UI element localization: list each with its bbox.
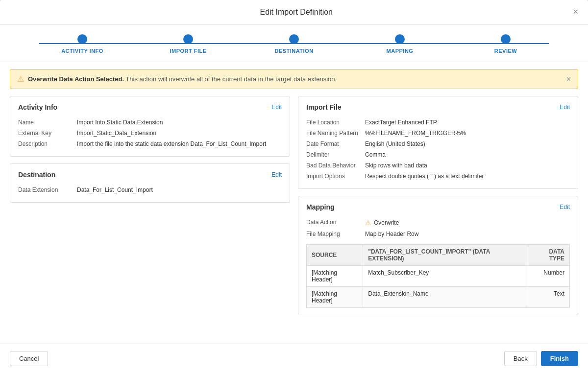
mapping-table: SOURCE "DATA_FOR_LIST_COUNT_IMPORT" (DAT… xyxy=(306,244,570,308)
import-file-label-0: File Location xyxy=(306,119,365,126)
step-mapping[interactable]: MAPPING xyxy=(347,34,453,54)
import-file-row-5: Import Options Respect double quotes ( "… xyxy=(306,171,570,182)
warning-triangle-icon: ⚠ xyxy=(17,74,24,84)
mapping-data-action-value: ⚠ Overwrite xyxy=(365,219,570,227)
step-label-activity-info: ACTIVITY INFO xyxy=(61,48,103,54)
import-file-row-2: Date Format English (United States) xyxy=(306,139,570,149)
step-label-review: REVIEW xyxy=(494,48,517,54)
close-button[interactable]: × xyxy=(573,7,578,17)
activity-info-row-2: Description Import the file into the sta… xyxy=(18,139,282,149)
import-file-value-1: %%FILENAME_FROM_TRIGGER%% xyxy=(365,130,570,137)
step-label-mapping: MAPPING xyxy=(387,48,414,54)
mapping-card: Mapping Edit Data Action ⚠ Overwrite xyxy=(298,196,578,315)
mapping-data-action-row: Data Action ⚠ Overwrite xyxy=(306,217,570,229)
activity-info-label-0: Name xyxy=(18,119,77,126)
import-file-label-1: File Naming Pattern xyxy=(306,130,365,137)
mapping-table-row-1: [Matching Header] Data_Extension_Name Te… xyxy=(307,287,570,308)
mapping-col-type: DATA TYPE xyxy=(528,245,570,266)
right-column: Import File Edit File Location ExactTarg… xyxy=(298,96,578,344)
step-activity-info[interactable]: ACTIVITY INFO xyxy=(29,34,135,54)
activity-info-value-2: Import the file into the static data ext… xyxy=(77,140,282,147)
import-file-row-0: File Location ExactTarget Enhanced FTP xyxy=(306,117,570,128)
destination-title: Destination xyxy=(18,171,55,179)
mapping-edit-link[interactable]: Edit xyxy=(560,204,570,210)
destination-card: Destination Edit Data Extension Data_For… xyxy=(10,163,290,203)
destination-row-0: Data Extension Data_For_List_Count_Impor… xyxy=(18,185,282,195)
modal-header: Edit Import Definition × xyxy=(0,0,588,24)
alert-close-button[interactable]: × xyxy=(566,75,571,84)
destination-header: Destination Edit xyxy=(18,171,282,179)
step-circle-mapping xyxy=(395,34,405,44)
left-column: Activity Info Edit Name Import Into Stat… xyxy=(10,96,290,344)
mapping-col-destination: "DATA_FOR_LIST_COUNT_IMPORT" (DATA EXTEN… xyxy=(363,245,528,266)
destination-table: Data Extension Data_For_List_Count_Impor… xyxy=(18,185,282,195)
step-destination[interactable]: DESTINATION xyxy=(241,34,347,54)
import-file-value-3: Comma xyxy=(365,151,570,158)
import-file-edit-link[interactable]: Edit xyxy=(560,104,570,111)
overwrite-text: Overwrite xyxy=(374,219,399,226)
import-file-row-4: Bad Data Behavior Skip rows with bad dat… xyxy=(306,160,570,171)
wizard-steps: ACTIVITY INFO IMPORT FILE DESTINATION MA… xyxy=(0,24,588,62)
activity-info-edit-link[interactable]: Edit xyxy=(271,104,282,111)
activity-info-label-2: Description xyxy=(18,140,77,147)
import-file-header: Import File Edit xyxy=(306,103,570,111)
modal-title: Edit Import Definition xyxy=(20,8,573,17)
mapping-col-source: SOURCE xyxy=(307,245,363,266)
destination-value-0: Data_For_List_Count_Import xyxy=(77,186,282,193)
import-file-value-4: Skip rows with bad data xyxy=(365,162,570,169)
step-circle-review xyxy=(501,34,511,44)
mapping-row0-destination: Match_Subscriber_Key xyxy=(363,266,528,287)
import-file-value-0: ExactTarget Enhanced FTP xyxy=(365,119,570,126)
activity-info-table: Name Import Into Static Data Extension E… xyxy=(18,117,282,149)
modal-body: Activity Info Edit Name Import Into Stat… xyxy=(0,96,588,344)
step-review[interactable]: REVIEW xyxy=(453,34,559,54)
destination-label-0: Data Extension xyxy=(18,186,77,193)
step-circle-import-file xyxy=(183,34,193,44)
activity-info-row-0: Name Import Into Static Data Extension xyxy=(18,117,282,128)
back-button[interactable]: Back xyxy=(504,351,537,366)
mapping-row1-source: [Matching Header] xyxy=(307,287,363,308)
import-file-card: Import File Edit File Location ExactTarg… xyxy=(298,96,578,189)
import-file-label-4: Bad Data Behavior xyxy=(306,162,365,169)
mapping-data-action-label: Data Action xyxy=(306,219,365,226)
mapping-info-table: Data Action ⚠ Overwrite File Mapping Map… xyxy=(306,217,570,239)
import-file-value-5: Respect double quotes ( " ) as a text de… xyxy=(365,173,570,180)
step-import-file[interactable]: IMPORT FILE xyxy=(135,34,241,54)
import-file-label-3: Delimiter xyxy=(306,151,365,158)
footer-right: Back Finish xyxy=(504,351,578,366)
activity-info-title: Activity Info xyxy=(18,103,57,111)
import-file-table: File Location ExactTarget Enhanced FTP F… xyxy=(306,117,570,182)
destination-edit-link[interactable]: Edit xyxy=(271,171,282,178)
alert-content: ⚠ Overwrite Data Action Selected. This a… xyxy=(17,74,337,84)
step-circle-destination xyxy=(289,34,299,44)
import-file-label-2: Date Format xyxy=(306,140,365,147)
import-file-label-5: Import Options xyxy=(306,173,365,180)
mapping-row0-source: [Matching Header] xyxy=(307,266,363,287)
mapping-table-row-0: [Matching Header] Match_Subscriber_Key N… xyxy=(307,266,570,287)
import-file-title: Import File xyxy=(306,103,342,111)
alert-text: Overwrite Data Action Selected. This act… xyxy=(28,75,337,83)
step-circle-activity-info xyxy=(77,34,87,44)
activity-info-row-1: External Key Import_Static_Data_Extensio… xyxy=(18,128,282,139)
alert-strong: Overwrite Data Action Selected. xyxy=(28,75,124,83)
modal: Edit Import Definition × ACTIVITY INFO I… xyxy=(0,0,588,373)
step-label-import-file: IMPORT FILE xyxy=(170,48,206,54)
mapping-row0-type: Number xyxy=(528,266,570,287)
activity-info-header: Activity Info Edit xyxy=(18,103,282,111)
activity-info-value-0: Import Into Static Data Extension xyxy=(77,119,282,126)
finish-button[interactable]: Finish xyxy=(541,351,578,366)
mapping-file-mapping-label: File Mapping xyxy=(306,231,365,237)
mapping-title: Mapping xyxy=(306,203,335,211)
overwrite-badge: ⚠ Overwrite xyxy=(365,219,570,227)
mapping-header: Mapping Edit xyxy=(306,203,570,211)
alert-body: This action will overwrite all of the cu… xyxy=(125,75,337,83)
cancel-button[interactable]: Cancel xyxy=(10,351,48,366)
activity-info-card: Activity Info Edit Name Import Into Stat… xyxy=(10,96,290,157)
import-file-row-1: File Naming Pattern %%FILENAME_FROM_TRIG… xyxy=(306,128,570,139)
modal-footer: Cancel Back Finish xyxy=(0,344,588,373)
mapping-file-mapping-value: Map by Header Row xyxy=(365,231,570,237)
mapping-file-mapping-row: File Mapping Map by Header Row xyxy=(306,229,570,239)
mapping-table-header-row: SOURCE "DATA_FOR_LIST_COUNT_IMPORT" (DAT… xyxy=(307,245,570,266)
import-file-value-2: English (United States) xyxy=(365,140,570,147)
overwrite-warning-icon: ⚠ xyxy=(365,219,371,227)
